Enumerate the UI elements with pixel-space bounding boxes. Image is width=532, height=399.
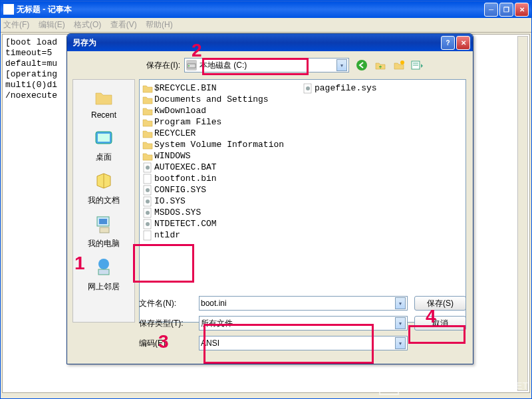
place-recent[interactable]: Recent [76, 82, 132, 124]
main-titlebar[interactable]: 无标题 - 记事本 ─ ❐ ✕ [1, 1, 531, 18]
mycomputer-icon [93, 214, 114, 235]
file-name: IO.SYS [154, 196, 186, 206]
view-menu-button[interactable] [410, 58, 425, 72]
file-icon [142, 207, 153, 218]
save-in-combo[interactable]: 本地磁盘 (C:) ▾ [184, 58, 349, 72]
file-icon [142, 162, 153, 173]
svg-rect-8 [98, 134, 110, 142]
new-folder-button[interactable] [392, 58, 406, 72]
svg-point-12 [98, 259, 109, 269]
save-in-value: 本地磁盘 (C:) [200, 60, 336, 71]
svg-rect-13 [98, 269, 109, 275]
file-name: Program Files [154, 117, 221, 127]
folder-icon [142, 151, 153, 162]
folder-icon [142, 128, 153, 139]
menu-edit[interactable]: 编辑(E) [39, 20, 65, 29]
list-item[interactable]: $RECYCLE.BIN [142, 82, 303, 94]
encoding-combo[interactable]: ANSI ▾ [199, 336, 408, 350]
file-name: AUTOEXEC.BAT [154, 162, 217, 172]
list-item[interactable]: Program Files [142, 116, 303, 128]
file-icon [142, 196, 153, 207]
main-title: 无标题 - 记事本 [17, 4, 484, 15]
menu-file[interactable]: 文件(F) [3, 20, 29, 29]
svg-rect-16 [144, 174, 151, 184]
list-item[interactable]: CONFIG.SYS [142, 184, 303, 196]
svg-point-15 [146, 166, 150, 170]
list-item[interactable]: System Volume Information [142, 139, 303, 150]
list-item[interactable]: AUTOEXEC.BAT [142, 162, 303, 173]
svg-point-20 [146, 200, 150, 203]
file-name: WINDOWS [154, 151, 191, 161]
menu-help[interactable]: 帮助(H) [146, 20, 173, 29]
dialog-close-button[interactable]: ✕ [456, 36, 470, 50]
network-icon [93, 257, 114, 279]
svg-point-24 [146, 222, 150, 226]
cancel-button[interactable]: 取消 [414, 316, 466, 331]
mydocs-icon [93, 171, 114, 192]
dialog-title: 另存为 [70, 37, 441, 49]
chevron-down-icon[interactable]: ▾ [395, 317, 406, 329]
filename-input[interactable]: boot.ini ▾ [199, 296, 408, 311]
list-item[interactable]: Documents and Settings [142, 94, 303, 105]
place-desktop[interactable]: 桌面 [76, 124, 132, 167]
svg-rect-10 [99, 219, 107, 224]
chevron-down-icon[interactable]: ▾ [395, 297, 406, 309]
desktop-icon [93, 128, 114, 149]
back-button[interactable] [354, 58, 369, 72]
drive-icon [186, 60, 197, 70]
folder-icon [142, 83, 153, 94]
vertical-scrollbar[interactable] [517, 36, 528, 391]
dialog-titlebar[interactable]: 另存为 ? ✕ [67, 34, 473, 51]
list-item[interactable]: pagefile.sys [303, 82, 463, 94]
svg-rect-11 [100, 227, 109, 233]
minimize-button[interactable]: ─ [484, 3, 498, 17]
file-name: pagefile.sys [315, 83, 377, 93]
place-mydocs[interactable]: 我的文档 [76, 167, 132, 210]
save-as-dialog: 另存为 ? ✕ 保存在(I): 本地磁盘 (C:) ▾ [66, 33, 473, 364]
file-name: $RECYCLE.BIN [154, 83, 217, 93]
list-item[interactable]: WINDOWS [142, 150, 303, 162]
list-item[interactable]: NTDETECT.COM [142, 218, 303, 229]
watermark: 系统之家 XITONGZHIJIA.NET [379, 378, 528, 395]
folder-icon [142, 94, 153, 105]
close-button[interactable]: ✕ [515, 3, 529, 17]
file-name: System Volume Information [154, 140, 284, 150]
file-name: CONFIG.SYS [154, 185, 206, 195]
file-name: bootfont.bin [154, 174, 217, 184]
list-item[interactable]: IO.SYS [142, 196, 303, 207]
menu-view[interactable]: 查看(V) [110, 20, 137, 29]
file-name: MSDOS.SYS [154, 207, 201, 217]
file-name: RECYCLER [154, 128, 196, 138]
chevron-down-icon[interactable]: ▾ [395, 337, 406, 349]
svg-point-27 [306, 86, 310, 90]
menubar: 文件(F) 编辑(E) 格式(O) 查看(V) 帮助(H) [1, 18, 531, 33]
place-network[interactable]: 网上邻居 [76, 253, 132, 297]
file-name: Documents and Settings [154, 94, 269, 104]
maximize-button[interactable]: ❐ [499, 3, 513, 17]
list-item[interactable]: ntldr [142, 229, 303, 241]
list-item[interactable]: KwDownload [142, 105, 303, 116]
filename-label: 文件名(N): [139, 298, 199, 309]
save-button[interactable]: 保存(S) [414, 296, 466, 311]
file-icon [142, 230, 153, 241]
svg-rect-25 [144, 231, 151, 240]
place-mycomputer[interactable]: 我的电脑 [76, 210, 132, 253]
svg-point-2 [356, 60, 367, 70]
list-item[interactable]: RECYCLER [142, 128, 303, 139]
file-icon [303, 83, 313, 94]
svg-point-22 [146, 211, 150, 215]
menu-format[interactable]: 格式(O) [74, 20, 101, 29]
chevron-down-icon[interactable]: ▾ [336, 59, 347, 71]
list-item[interactable]: MSDOS.SYS [142, 207, 303, 218]
folder-icon [142, 140, 153, 150]
file-icon [142, 185, 153, 196]
file-icon [142, 174, 153, 184]
watermark-logo-icon [379, 378, 399, 395]
up-button[interactable] [373, 58, 388, 72]
file-name: KwDownload [154, 106, 206, 116]
recent-icon [93, 86, 114, 108]
list-item[interactable]: bootfont.bin [142, 173, 303, 184]
filetype-combo[interactable]: 所有文件 ▾ [199, 316, 408, 331]
help-button[interactable]: ? [441, 36, 455, 50]
file-list[interactable]: $RECYCLE.BINDocuments and SettingsKwDown… [139, 79, 466, 323]
